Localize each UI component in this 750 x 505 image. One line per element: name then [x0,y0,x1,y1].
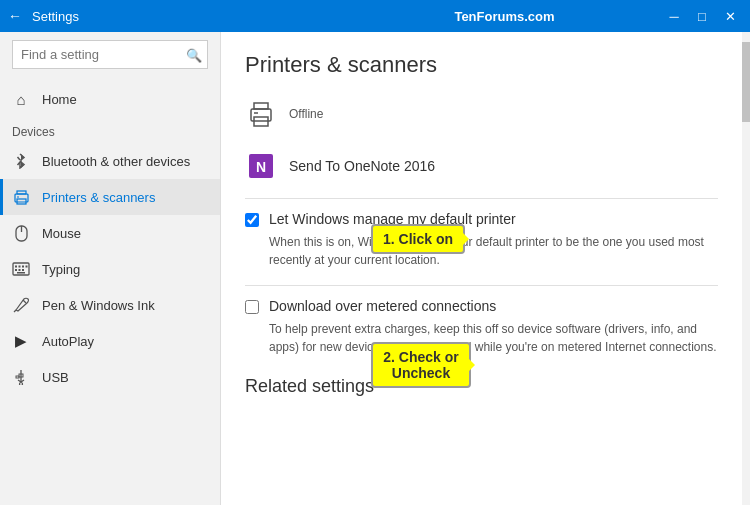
svg-rect-7 [15,266,17,268]
related-settings-heading: Related settings [245,376,718,397]
typing-icon [12,260,30,278]
settings-window: ← Settings TenForums.com ─ □ ✕ 🔍 ⌂ Home … [0,0,750,505]
sidebar: 🔍 ⌂ Home Devices Bluetooth & other devic… [0,32,220,505]
divider-2 [245,285,718,286]
svg-rect-14 [17,272,25,274]
sidebar-item-pen[interactable]: Pen & Windows Ink [0,287,220,323]
sidebar-item-home-label: Home [42,92,77,107]
printer-offline-icon [245,98,277,130]
printer-onenote-name: Send To OneNote 2016 [289,158,435,174]
sidebar-item-mouse-label: Mouse [42,226,81,241]
printer-onenote-item[interactable]: N Send To OneNote 2016 [245,146,718,186]
callout-1: 1. Click on [371,224,465,254]
search-icon: 🔍 [186,47,202,62]
svg-line-16 [23,300,26,303]
mouse-icon [12,224,30,242]
divider-1 [245,198,718,199]
autoplay-icon: ▶ [12,332,30,350]
content-area: 🔍 ⌂ Home Devices Bluetooth & other devic… [0,32,750,505]
scrollbar-thumb[interactable] [742,42,750,122]
default-printer-checkbox[interactable] [245,213,259,227]
metered-connections-label: Download over metered connections [269,298,496,314]
usb-icon [12,368,30,386]
svg-rect-9 [22,266,24,268]
pen-icon [12,296,30,314]
sidebar-item-bluetooth[interactable]: Bluetooth & other devices [0,143,220,179]
sidebar-item-autoplay-label: AutoPlay [42,334,94,349]
search-container: 🔍 [12,40,208,69]
svg-rect-22 [254,103,268,109]
svg-rect-11 [15,269,17,271]
svg-rect-13 [22,269,24,271]
default-printer-desc: When this is on, Windows will set your d… [269,233,718,269]
svg-rect-10 [26,266,28,268]
sidebar-item-printers[interactable]: Printers & scanners [0,179,220,215]
printer-icon [12,188,30,206]
default-printer-checkbox-row: Let Windows manage my default printer [245,211,718,227]
title-bar: ← Settings TenForums.com ─ □ ✕ [0,0,750,32]
svg-rect-1 [17,191,26,194]
metered-connections-desc: To help prevent extra charges, keep this… [269,320,718,356]
home-icon: ⌂ [12,90,30,108]
search-input[interactable] [12,40,208,69]
sidebar-item-mouse[interactable]: Mouse [0,215,220,251]
window-controls: ─ □ ✕ [662,6,742,26]
sidebar-item-home[interactable]: ⌂ Home [0,81,220,117]
callout-2: 2. Check or Uncheck [371,342,471,388]
metered-connections-checkbox[interactable] [245,300,259,314]
svg-line-15 [14,310,16,312]
svg-rect-19 [16,376,19,378]
svg-point-20 [20,383,23,386]
back-button[interactable]: ← [8,8,22,24]
sidebar-item-usb[interactable]: USB [0,359,220,395]
title-bar-title: Settings [32,9,347,24]
default-printer-setting: Let Windows manage my default printer Wh… [245,211,718,269]
maximize-button[interactable]: □ [690,6,714,26]
sidebar-item-printers-label: Printers & scanners [42,190,155,205]
page-title: Printers & scanners [245,52,718,78]
bluetooth-icon [12,152,30,170]
svg-rect-12 [19,269,21,271]
main-panel: Printers & scanners Offline [220,32,742,505]
printer-offline-item[interactable]: Offline [245,94,718,134]
sidebar-section-devices: Devices [0,117,220,143]
printer-onenote-icon: N [245,150,277,182]
printer-onenote-info: Send To OneNote 2016 [289,158,435,174]
sidebar-item-typing[interactable]: Typing [0,251,220,287]
svg-text:N: N [256,159,266,175]
sidebar-item-autoplay[interactable]: ▶ AutoPlay [0,323,220,359]
watermark: TenForums.com [347,9,662,24]
printer-offline-status: Offline [289,107,323,121]
close-button[interactable]: ✕ [718,6,742,26]
metered-connections-setting: Download over metered connections To hel… [245,298,718,356]
metered-connections-checkbox-row: Download over metered connections [245,298,718,314]
sidebar-item-typing-label: Typing [42,262,80,277]
sidebar-item-usb-label: USB [42,370,69,385]
svg-rect-8 [19,266,21,268]
scrollbar-track [742,32,750,505]
sidebar-item-bluetooth-label: Bluetooth & other devices [42,154,190,169]
sidebar-item-pen-label: Pen & Windows Ink [42,298,155,313]
printer-offline-info: Offline [289,107,323,121]
minimize-button[interactable]: ─ [662,6,686,26]
